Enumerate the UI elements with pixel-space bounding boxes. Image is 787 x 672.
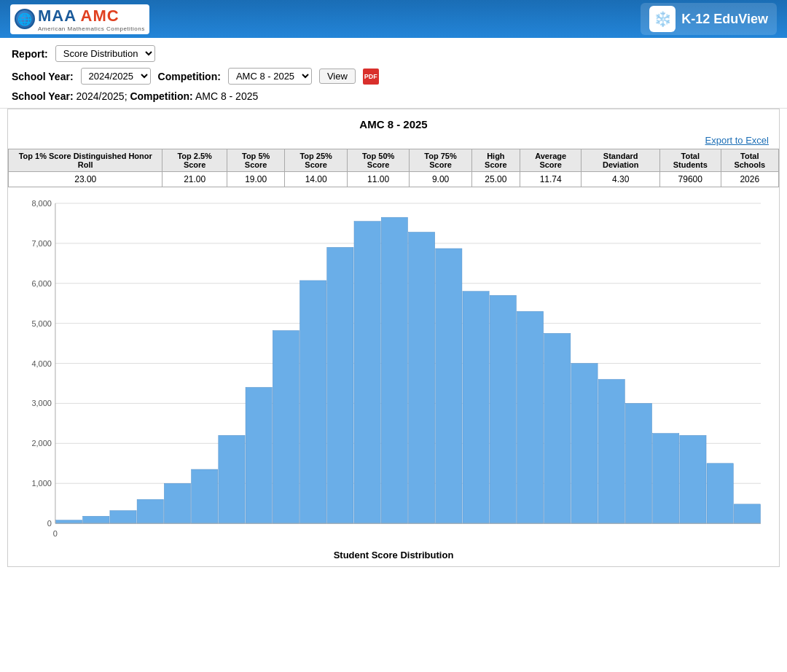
stats-col-header-8: Standard Deviation: [582, 149, 660, 172]
stats-col-header-3: Top 25% Score: [285, 149, 347, 172]
svg-text:7,000: 7,000: [31, 239, 51, 248]
svg-text:0: 0: [47, 519, 52, 528]
stats-value-row: 23.0021.0019.0014.0011.009.0025.0011.744…: [9, 172, 779, 187]
histogram-svg: 01,0002,0003,0004,0005,0006,0007,0008,00…: [15, 196, 772, 545]
eduview-icon: ❄️: [649, 6, 676, 32]
x-axis-label: Student Score Distribution: [15, 545, 772, 566]
chart-title: AMC 8 - 2025: [8, 109, 779, 135]
bar-score-24: [707, 464, 733, 523]
stats-col-header-9: Total Students: [659, 149, 721, 172]
report-select[interactable]: Score Distribution: [55, 45, 155, 62]
bar-score-21: [625, 403, 651, 523]
eduview-label: K-12 EduView: [681, 12, 768, 27]
bar-score-5: [192, 469, 218, 523]
logo-text: MAA AMC: [38, 7, 120, 25]
stats-col-value-1: 21.00: [163, 172, 227, 187]
bar-score-18: [544, 333, 571, 523]
competition-select[interactable]: AMC 8 - 2025: [228, 68, 312, 85]
logo-area: 🌐 MAA AMC American Mathematics Competiti…: [10, 4, 149, 34]
bar-score-15: [463, 292, 489, 523]
bar-score-0: [55, 520, 82, 523]
bar-score-13: [408, 233, 434, 524]
report-row: Report: Score Distribution: [12, 45, 775, 62]
stats-col-header-0: Top 1% Score Distinguished Honor Roll: [9, 149, 163, 172]
logo-box: 🌐 MAA AMC American Mathematics Competiti…: [10, 4, 149, 34]
info-competition-label: Competition:: [130, 90, 192, 102]
logo-subtitle: American Mathematics Competitions: [38, 26, 145, 32]
stats-table: Top 1% Score Distinguished Honor RollTop…: [8, 149, 779, 187]
stats-col-value-7: 11.74: [520, 172, 582, 187]
view-button[interactable]: View: [319, 69, 356, 84]
histogram-area: 01,0002,0003,0004,0005,0006,0007,0008,00…: [8, 189, 779, 566]
bar-score-14: [436, 249, 462, 523]
bar-score-23: [680, 435, 706, 523]
competition-label: Competition:: [158, 71, 221, 82]
bar-score-22: [653, 434, 679, 524]
stats-header-row: Top 1% Score Distinguished Honor RollTop…: [9, 149, 779, 172]
bar-score-4: [164, 483, 190, 523]
bar-score-25: [734, 504, 760, 523]
stats-col-header-5: Top 75% Score: [410, 149, 471, 172]
bar-score-12: [381, 217, 407, 523]
bar-score-8: [273, 331, 299, 524]
controls-section: Report: Score Distribution School Year: …: [0, 38, 787, 109]
stats-col-value-6: 25.00: [471, 172, 520, 187]
info-competition-value: AMC 8 - 2025: [195, 90, 258, 102]
bar-score-17: [517, 311, 543, 523]
stats-col-value-4: 11.00: [347, 172, 409, 187]
bar-score-10: [327, 247, 353, 523]
bar-score-9: [300, 281, 326, 523]
info-school-year-label: School Year:: [12, 90, 74, 102]
svg-text:3,000: 3,000: [31, 399, 51, 407]
bar-score-7: [246, 387, 272, 523]
bar-score-3: [137, 499, 163, 523]
competition-row: School Year: 2024/2025 Competition: AMC …: [12, 68, 775, 85]
stats-col-value-5: 9.00: [410, 172, 471, 187]
stats-col-value-10: 2026: [721, 172, 778, 187]
eduview-area: ❄️ K-12 EduView: [641, 3, 777, 35]
school-year-select[interactable]: 2024/2025: [81, 68, 151, 85]
globe-icon: 🌐: [15, 9, 35, 29]
info-school-year-value: 2024/2025;: [76, 90, 130, 102]
svg-text:0: 0: [53, 529, 58, 538]
school-year-label: School Year:: [12, 71, 74, 82]
stats-col-header-4: Top 50% Score: [347, 149, 409, 172]
bar-score-20: [598, 380, 624, 524]
stats-col-value-9: 79600: [659, 172, 721, 187]
pdf-icon[interactable]: PDF: [363, 69, 379, 85]
stats-col-value-2: 19.00: [227, 172, 285, 187]
svg-text:6,000: 6,000: [31, 279, 51, 288]
bar-score-19: [571, 364, 598, 524]
stats-col-header-1: Top 2.5% Score: [163, 149, 227, 172]
svg-text:8,000: 8,000: [31, 199, 51, 208]
report-label: Report:: [12, 48, 48, 60]
bar-score-16: [490, 295, 516, 523]
svg-text:1,000: 1,000: [31, 479, 51, 488]
svg-text:2,000: 2,000: [31, 439, 51, 448]
info-row: School Year: 2024/2025; Competition: AMC…: [12, 90, 775, 102]
app-header: 🌐 MAA AMC American Mathematics Competiti…: [0, 0, 787, 38]
bar-score-11: [354, 222, 380, 523]
stats-col-value-8: 4.30: [582, 172, 660, 187]
stats-col-header-6: High Score: [471, 149, 520, 172]
export-link[interactable]: Export to Excel: [8, 135, 779, 149]
stats-col-value-3: 14.00: [285, 172, 347, 187]
stats-col-header-2: Top 5% Score: [227, 149, 285, 172]
bar-score-2: [110, 511, 136, 524]
bar-score-6: [219, 435, 245, 523]
stats-col-header-7: Average Score: [520, 149, 582, 172]
svg-text:5,000: 5,000: [31, 319, 51, 328]
stats-col-header-10: Total Schools: [721, 149, 778, 172]
chart-container: AMC 8 - 2025 Export to Excel Top 1% Scor…: [7, 109, 780, 567]
stats-col-value-0: 23.00: [9, 172, 163, 187]
svg-text:4,000: 4,000: [31, 359, 51, 368]
bar-score-1: [83, 516, 109, 523]
